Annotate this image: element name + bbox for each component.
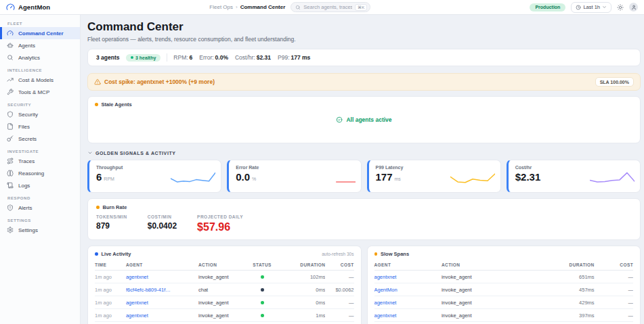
metric-card-unit: %	[252, 177, 256, 181]
agent-link[interactable]: f6cf4efc-b809-41f…	[126, 322, 198, 324]
live-activity-title: Live Activity	[102, 251, 131, 257]
sidebar-section-label: SETTINGS	[7, 218, 80, 223]
time-range-label: Last 1h	[583, 4, 600, 10]
slow-spans-dot-icon	[374, 252, 378, 256]
table-cell-action: invoke_agent	[442, 271, 551, 283]
table-cell-duration: 0ms	[289, 296, 326, 309]
sidebar-item-settings[interactable]: Settings	[0, 224, 80, 236]
table-cell-duration: 457ms	[551, 283, 595, 296]
agent-link[interactable]: agentxnet	[126, 309, 198, 322]
column-header: COST	[325, 260, 353, 271]
header-right: Production Last 1h	[530, 2, 638, 13]
status-metric: RPM:6	[173, 54, 192, 61]
column-header: COST	[595, 260, 633, 271]
sidebar-item-label: Tools & MCP	[18, 89, 49, 95]
table-cell-duration: 1ms	[289, 309, 326, 322]
sidebar-item-label: Agents	[18, 43, 35, 49]
breadcrumb-parent[interactable]: Fleet Ops	[209, 4, 233, 10]
user-avatar[interactable]	[629, 3, 638, 11]
sidebar-item-traces[interactable]: Traces	[0, 155, 80, 167]
sidebar-item-tools-mcp[interactable]: Tools & MCP	[0, 86, 80, 98]
sparkline-chart	[311, 171, 356, 187]
table-cell-duration: 651ms	[551, 271, 595, 283]
live-activity-card: Live Activity auto-refresh 30s TIMEAGENT…	[87, 246, 362, 324]
status-dot-icon	[253, 283, 289, 296]
search-shortcut-badge: ⌘K	[355, 4, 367, 11]
sidebar-item-secrets[interactable]: Secrets	[0, 133, 80, 145]
theme-toggle-button[interactable]	[617, 4, 624, 11]
metric-card-unit: RPM	[104, 177, 114, 181]
status-metric: P99:177 ms	[278, 54, 310, 61]
sidebar-item-alerts[interactable]: Alerts	[0, 202, 80, 214]
file-icon	[7, 123, 14, 130]
sidebar-section-label: FLEET	[7, 22, 80, 26]
shield-icon	[7, 111, 14, 118]
table-row: 1m agof6cf4efc-b809-41f…chat0ms$0.0062	[95, 283, 354, 296]
table-row: AgentMoninvoke_agent457ms—	[374, 283, 634, 296]
sidebar-item-cost-models[interactable]: Cost & Models	[0, 74, 80, 86]
status-metric: Error:0.0%	[199, 54, 228, 61]
agent-link[interactable]: AgentMon	[374, 283, 442, 296]
global-search[interactable]: ⌘K	[291, 2, 370, 12]
metric-card-error-rate: Error Rate0.0%	[227, 160, 361, 193]
sidebar-item-analytics[interactable]: Analytics	[0, 51, 80, 64]
table-cell-time: 1m ago	[95, 322, 126, 324]
alert-shield-icon	[7, 204, 14, 211]
metric-card-cost-hr: Cost/hr$2.31	[507, 160, 641, 193]
sidebar-item-agents[interactable]: Agents	[0, 39, 80, 51]
table-cell-action: invoke_agent	[442, 322, 551, 324]
agent-link[interactable]: agentxnet	[374, 271, 442, 283]
sidebar-item-label: Files	[18, 124, 30, 130]
healthy-dot-icon	[131, 56, 134, 60]
table-cell-cost: —	[325, 296, 353, 309]
time-range-select[interactable]: Last 1h	[571, 2, 611, 13]
table-cell-cost: —	[595, 309, 633, 322]
fleet-status-bar: 3 agents 3 healthy RPM:6Error:0.0%Cost/h…	[87, 49, 641, 66]
stale-agents-empty-state: All agents active	[88, 97, 640, 143]
agent-link[interactable]: agentxnet	[374, 296, 442, 309]
table-row: agentxnetinvoke_agent429ms—	[374, 296, 634, 309]
table-cell-time: 1m ago	[95, 296, 126, 309]
agent-link[interactable]: agentxnet	[126, 271, 198, 283]
search-input[interactable]	[303, 4, 352, 10]
key-icon	[7, 135, 14, 142]
table-cell-cost: $0.0062	[325, 283, 353, 296]
sidebar-item-files[interactable]: Files	[0, 120, 80, 133]
burn-rate-stats: TOKENS/MIN879COST/MIN$0.0402PROJECTED DA…	[96, 214, 632, 233]
metric-card-p99-latency: P99 Latency177ms	[367, 160, 501, 193]
trending-up-icon	[7, 76, 14, 83]
live-activity-table: TIMEAGENTACTIONSTATUSDURATIONCOST1m agoa…	[95, 260, 354, 324]
agent-link[interactable]: agentxnet	[374, 309, 442, 322]
sidebar-item-security[interactable]: Security	[0, 108, 80, 120]
table-cell-cost: —	[325, 309, 353, 322]
table-cell-action: chat	[198, 283, 253, 296]
metric-card-title: Cost/hr	[515, 165, 635, 170]
agent-link[interactable]: f6cf4efc-b809-41f…	[126, 283, 198, 296]
burn-rate-title: Burn Rate	[103, 204, 127, 210]
sidebar-item-label: Cost & Models	[18, 77, 53, 83]
slow-spans-card: Slow Spans AGENTACTIONDURATIONCOSTagentx…	[367, 246, 641, 324]
chevron-down-icon	[87, 150, 93, 156]
sparkline-chart	[590, 171, 635, 187]
sidebar-item-command-center[interactable]: Command Center	[0, 27, 80, 39]
golden-signals-section-toggle[interactable]: GOLDEN SIGNALS & ACTIVITY	[87, 150, 641, 156]
search-icon	[7, 54, 14, 61]
sidebar-item-reasoning[interactable]: Reasoning	[0, 167, 80, 179]
burn-rate-header: Burn Rate	[96, 204, 632, 210]
table-row: agentxnetinvoke_agent397ms—	[374, 309, 634, 322]
column-header: ACTION	[198, 260, 253, 271]
cost-spike-alert-banner[interactable]: Cost spike: agentxnet +1000% (+9 more) S…	[87, 73, 641, 91]
agent-link[interactable]: agentxnet	[374, 322, 442, 324]
table-cell-duration: 376ms	[551, 322, 595, 324]
table-cell-action: invoke_agent	[198, 309, 253, 322]
agent-link[interactable]: agentxnet	[126, 296, 198, 309]
app-brand[interactable]: AgentMon	[6, 3, 50, 11]
burn-rate-dot-icon	[96, 206, 100, 209]
table-cell-time: 1m ago	[95, 309, 126, 322]
sidebar-item-logs[interactable]: Logs	[0, 179, 80, 191]
burn-stat-projected-daily: PROJECTED DAILY$57.96	[197, 214, 243, 233]
column-header: STATUS	[253, 260, 289, 271]
sidebar-section-label: INTELLIGENCE	[7, 68, 80, 72]
table-cell-cost: —	[595, 296, 633, 309]
table-cell-action: invoke_agent	[442, 296, 551, 309]
